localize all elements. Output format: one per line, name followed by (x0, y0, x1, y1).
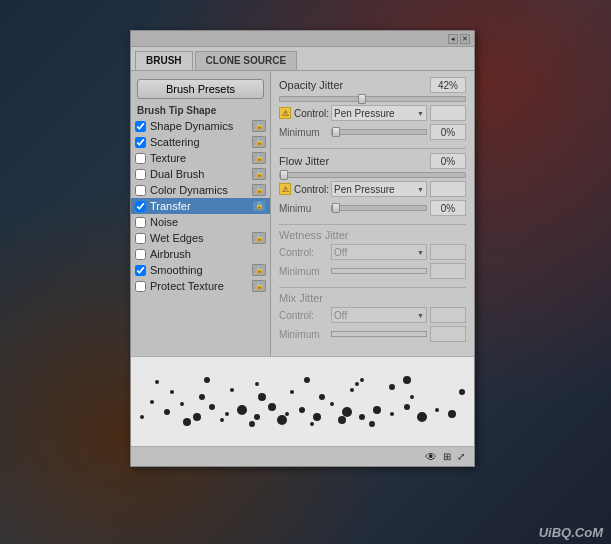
brush-item-list: Shape Dynamics🔒Scattering🔒Texture🔒Dual B… (131, 118, 270, 352)
brush-item-label-5: Transfer (150, 200, 250, 212)
brush-item-label-10: Protect Texture (150, 280, 250, 292)
brush-list-item-10[interactable]: Protect Texture🔒 (131, 278, 270, 294)
tab-brush[interactable]: BRUSH (135, 51, 193, 70)
brush-list-item-8[interactable]: Airbrush (131, 246, 270, 262)
opacity-min-value: 0% (430, 124, 466, 140)
expand-icon[interactable]: ⤢ (457, 451, 465, 462)
wetness-min-row: Minimum (279, 263, 466, 279)
brush-item-checkbox-6[interactable] (135, 217, 146, 228)
opacity-control-select[interactable]: Pen Pressure ▼ (331, 105, 427, 121)
flow-control-label: ⚠ Control: (279, 183, 331, 195)
mix-jitter-section: Mix Jitter Control: Off ▼ Minimum (279, 292, 466, 342)
lock-icon-3: 🔒 (252, 168, 266, 180)
brush-item-label-0: Shape Dynamics (150, 120, 250, 132)
mix-control-arrow: ▼ (417, 312, 424, 319)
flow-jitter-slider-row (279, 172, 466, 178)
lock-icon-9: 🔒 (252, 264, 266, 276)
brush-list-item-0[interactable]: Shape Dynamics🔒 (131, 118, 270, 134)
tab-bar: BRUSH CLONE SOURCE (131, 47, 474, 71)
flow-warning-icon: ⚠ (279, 183, 291, 195)
right-panel: Opacity Jitter 42% ⚠ Control: Pen Pressu… (271, 71, 474, 356)
opacity-jitter-slider-row (279, 96, 466, 102)
flow-jitter-value: 0% (430, 153, 466, 169)
brush-list-item-9[interactable]: Smoothing🔒 (131, 262, 270, 278)
brush-item-checkbox-1[interactable] (135, 137, 146, 148)
flow-min-slider[interactable] (331, 205, 427, 211)
flow-jitter-thumb[interactable] (280, 170, 288, 180)
flow-control-input[interactable] (430, 181, 466, 197)
opacity-jitter-thumb[interactable] (358, 94, 366, 104)
mix-jitter-row: Mix Jitter (279, 292, 466, 304)
mix-min-row: Minimum (279, 326, 466, 342)
flow-jitter-slider-track[interactable] (279, 172, 466, 178)
flow-jitter-section: Flow Jitter 0% ⚠ Control: Pen Pressure (279, 153, 466, 216)
brush-list-item-4[interactable]: Color Dynamics🔒 (131, 182, 270, 198)
brush-item-checkbox-7[interactable] (135, 233, 146, 244)
brush-list-item-3[interactable]: Dual Brush🔒 (131, 166, 270, 182)
opacity-control-arrow: ▼ (417, 110, 424, 117)
lock-icon-1: 🔒 (252, 136, 266, 148)
opacity-min-thumb[interactable] (332, 127, 340, 137)
close-button[interactable]: ✕ (460, 34, 470, 44)
warning-icon: ⚠ (279, 107, 291, 119)
flow-control-select[interactable]: Pen Pressure ▼ (331, 181, 427, 197)
mix-control-label: Control: (279, 310, 331, 321)
wetness-min-label: Minimum (279, 266, 331, 277)
opacity-min-label: Minimum (279, 127, 331, 138)
brush-item-checkbox-8[interactable] (135, 249, 146, 260)
opacity-jitter-value: 42% (430, 77, 466, 93)
mix-control-row: Control: Off ▼ (279, 307, 466, 323)
brush-item-checkbox-3[interactable] (135, 169, 146, 180)
brush-list-item-5[interactable]: Transfer🔒 (131, 198, 270, 214)
brush-item-label-2: Texture (150, 152, 250, 164)
mix-control-input (430, 307, 466, 323)
brush-presets-button[interactable]: Brush Presets (137, 79, 264, 99)
opacity-min-slider[interactable] (331, 129, 427, 135)
brush-item-checkbox-0[interactable] (135, 121, 146, 132)
opacity-min-row: Minimum 0% (279, 124, 466, 140)
wetness-control-select: Off ▼ (331, 244, 427, 260)
grid-icon[interactable]: ⊞ (443, 451, 451, 462)
brush-item-label-3: Dual Brush (150, 168, 250, 180)
flow-min-value: 0% (430, 200, 466, 216)
brush-item-label-4: Color Dynamics (150, 184, 250, 196)
brush-item-checkbox-9[interactable] (135, 265, 146, 276)
wetness-jitter-label: Wetness Jitter (279, 229, 466, 241)
brush-item-checkbox-2[interactable] (135, 153, 146, 164)
opacity-jitter-slider-track[interactable] (279, 96, 466, 102)
opacity-jitter-label: Opacity Jitter (279, 79, 430, 91)
brush-item-checkbox-10[interactable] (135, 281, 146, 292)
wetness-jitter-row: Wetness Jitter (279, 229, 466, 241)
collapse-button[interactable]: ◂ (448, 34, 458, 44)
brush-preview-area (131, 356, 474, 446)
mix-min-value (430, 326, 466, 342)
brush-list-item-1[interactable]: Scattering🔒 (131, 134, 270, 150)
brush-panel: ◂ ✕ BRUSH CLONE SOURCE Brush Presets Bru… (130, 30, 475, 467)
preview-canvas (132, 362, 475, 432)
opacity-control-row: ⚠ Control: Pen Pressure ▼ (279, 105, 466, 121)
mix-min-slider (331, 331, 427, 337)
opacity-jitter-row: Opacity Jitter 42% (279, 77, 466, 93)
brush-list-item-6[interactable]: Noise (131, 214, 270, 230)
wetness-control-row: Control: Off ▼ (279, 244, 466, 260)
brush-item-label-8: Airbrush (150, 248, 266, 260)
brush-list-item-7[interactable]: Wet Edges🔒 (131, 230, 270, 246)
flow-control-row: ⚠ Control: Pen Pressure ▼ (279, 181, 466, 197)
brush-item-checkbox-5[interactable] (135, 201, 146, 212)
tab-clone-source[interactable]: CLONE SOURCE (195, 51, 298, 70)
flow-min-thumb[interactable] (332, 203, 340, 213)
titlebar: ◂ ✕ (131, 31, 474, 47)
lock-icon-10: 🔒 (252, 280, 266, 292)
bottom-toolbar: 👁 ⊞ ⤢ (131, 446, 474, 466)
eye-icon[interactable]: 👁 (425, 450, 437, 464)
flow-min-row: Minimu 0% (279, 200, 466, 216)
opacity-control-input[interactable] (430, 105, 466, 121)
brush-list-item-2[interactable]: Texture🔒 (131, 150, 270, 166)
panel-body: Brush Presets Brush Tip Shape Shape Dyna… (131, 71, 474, 356)
lock-icon-5: 🔒 (252, 200, 266, 212)
flow-jitter-row: Flow Jitter 0% (279, 153, 466, 169)
brush-item-checkbox-4[interactable] (135, 185, 146, 196)
mix-control-select: Off ▼ (331, 307, 427, 323)
wetness-control-arrow: ▼ (417, 249, 424, 256)
mix-jitter-label: Mix Jitter (279, 292, 466, 304)
